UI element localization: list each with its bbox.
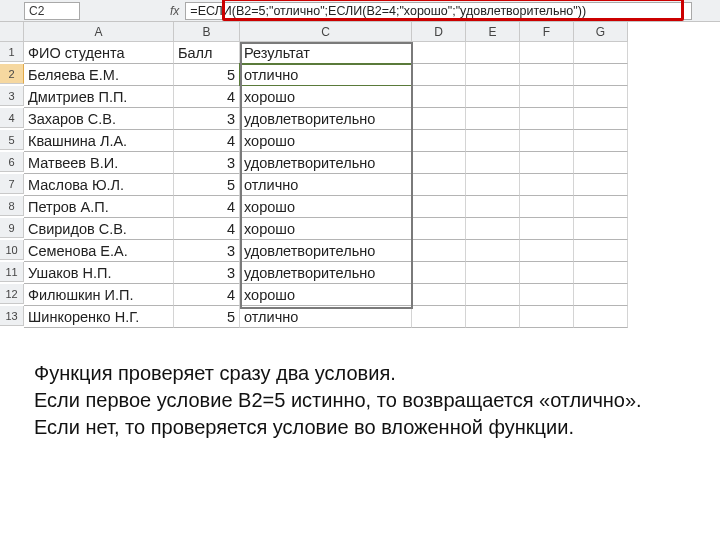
cell-A5[interactable]: Квашнина Л.А. bbox=[24, 130, 174, 152]
cell-A12[interactable]: Филюшкин И.П. bbox=[24, 284, 174, 306]
cell-F5[interactable] bbox=[520, 130, 574, 152]
col-header-C[interactable]: C bbox=[240, 22, 412, 42]
col-header-A[interactable]: A bbox=[24, 22, 174, 42]
cell-F1[interactable] bbox=[520, 42, 574, 64]
cell-C7[interactable]: отлично bbox=[240, 174, 412, 196]
cell-C11[interactable]: удовлетворительно bbox=[240, 262, 412, 284]
cell-E6[interactable] bbox=[466, 152, 520, 174]
fx-icon[interactable]: fx bbox=[170, 4, 179, 18]
row-header-12[interactable]: 12 bbox=[0, 284, 24, 304]
cell-E9[interactable] bbox=[466, 218, 520, 240]
cell-F4[interactable] bbox=[520, 108, 574, 130]
cell-D1[interactable] bbox=[412, 42, 466, 64]
cell-A10[interactable]: Семенова Е.А. bbox=[24, 240, 174, 262]
row-header-13[interactable]: 13 bbox=[0, 306, 24, 326]
cell-E7[interactable] bbox=[466, 174, 520, 196]
cell-F7[interactable] bbox=[520, 174, 574, 196]
cell-A11[interactable]: Ушаков Н.П. bbox=[24, 262, 174, 284]
cell-C1[interactable]: Результат bbox=[240, 42, 412, 64]
row-header-9[interactable]: 9 bbox=[0, 218, 24, 238]
cell-C8[interactable]: хорошо bbox=[240, 196, 412, 218]
cell-A1[interactable]: ФИО студента bbox=[24, 42, 174, 64]
row-header-2[interactable]: 2 bbox=[0, 64, 24, 84]
cell-D6[interactable] bbox=[412, 152, 466, 174]
cell-B12[interactable]: 4 bbox=[174, 284, 240, 306]
cell-C13[interactable]: отлично bbox=[240, 306, 412, 328]
cell-G7[interactable] bbox=[574, 174, 628, 196]
cell-C6[interactable]: удовлетворительно bbox=[240, 152, 412, 174]
cell-D4[interactable] bbox=[412, 108, 466, 130]
cell-B2[interactable]: 5 bbox=[174, 64, 240, 86]
cell-F6[interactable] bbox=[520, 152, 574, 174]
cell-B6[interactable]: 3 bbox=[174, 152, 240, 174]
cell-D8[interactable] bbox=[412, 196, 466, 218]
cell-E3[interactable] bbox=[466, 86, 520, 108]
formula-bar[interactable]: =ЕСЛИ(B2=5;"отлично";ЕСЛИ(B2=4;"хорошо";… bbox=[185, 2, 692, 20]
cell-G1[interactable] bbox=[574, 42, 628, 64]
cell-F2[interactable] bbox=[520, 64, 574, 86]
cell-B3[interactable]: 4 bbox=[174, 86, 240, 108]
cell-B11[interactable]: 3 bbox=[174, 262, 240, 284]
col-header-D[interactable]: D bbox=[412, 22, 466, 42]
cell-E11[interactable] bbox=[466, 262, 520, 284]
cell-A2[interactable]: Беляева Е.М. bbox=[24, 64, 174, 86]
cell-B4[interactable]: 3 bbox=[174, 108, 240, 130]
cell-E10[interactable] bbox=[466, 240, 520, 262]
cell-D2[interactable] bbox=[412, 64, 466, 86]
row-header-10[interactable]: 10 bbox=[0, 240, 24, 260]
cell-G9[interactable] bbox=[574, 218, 628, 240]
cell-B13[interactable]: 5 bbox=[174, 306, 240, 328]
cell-E13[interactable] bbox=[466, 306, 520, 328]
cell-A3[interactable]: Дмитриев П.П. bbox=[24, 86, 174, 108]
cell-C10[interactable]: удовлетворительно bbox=[240, 240, 412, 262]
cell-B9[interactable]: 4 bbox=[174, 218, 240, 240]
cell-G10[interactable] bbox=[574, 240, 628, 262]
cell-C2[interactable]: отлично bbox=[240, 64, 412, 86]
cell-F8[interactable] bbox=[520, 196, 574, 218]
cell-F10[interactable] bbox=[520, 240, 574, 262]
cell-B10[interactable]: 3 bbox=[174, 240, 240, 262]
cell-G13[interactable] bbox=[574, 306, 628, 328]
cell-E8[interactable] bbox=[466, 196, 520, 218]
select-all-corner[interactable] bbox=[0, 22, 24, 42]
row-header-8[interactable]: 8 bbox=[0, 196, 24, 216]
cell-A13[interactable]: Шинкоренко Н.Г. bbox=[24, 306, 174, 328]
cell-D13[interactable] bbox=[412, 306, 466, 328]
cell-G6[interactable] bbox=[574, 152, 628, 174]
cell-E2[interactable] bbox=[466, 64, 520, 86]
cell-G5[interactable] bbox=[574, 130, 628, 152]
cell-C12[interactable]: хорошо bbox=[240, 284, 412, 306]
col-header-B[interactable]: B bbox=[174, 22, 240, 42]
cell-F9[interactable] bbox=[520, 218, 574, 240]
cell-G4[interactable] bbox=[574, 108, 628, 130]
cell-C5[interactable]: хорошо bbox=[240, 130, 412, 152]
cell-A4[interactable]: Захаров С.В. bbox=[24, 108, 174, 130]
row-header-11[interactable]: 11 bbox=[0, 262, 24, 282]
row-header-4[interactable]: 4 bbox=[0, 108, 24, 128]
cell-G2[interactable] bbox=[574, 64, 628, 86]
cell-F3[interactable] bbox=[520, 86, 574, 108]
cell-D12[interactable] bbox=[412, 284, 466, 306]
cell-D11[interactable] bbox=[412, 262, 466, 284]
cell-D10[interactable] bbox=[412, 240, 466, 262]
row-header-3[interactable]: 3 bbox=[0, 86, 24, 106]
cell-B8[interactable]: 4 bbox=[174, 196, 240, 218]
cell-E1[interactable] bbox=[466, 42, 520, 64]
cell-E5[interactable] bbox=[466, 130, 520, 152]
row-header-1[interactable]: 1 bbox=[0, 42, 24, 62]
col-header-E[interactable]: E bbox=[466, 22, 520, 42]
cell-D7[interactable] bbox=[412, 174, 466, 196]
name-box[interactable]: C2 bbox=[24, 2, 80, 20]
cell-A8[interactable]: Петров А.П. bbox=[24, 196, 174, 218]
row-header-7[interactable]: 7 bbox=[0, 174, 24, 194]
row-header-6[interactable]: 6 bbox=[0, 152, 24, 172]
cell-F12[interactable] bbox=[520, 284, 574, 306]
grid[interactable]: ABCDEFG1ФИО студентаБаллРезультат2Беляев… bbox=[0, 22, 720, 328]
cell-E4[interactable] bbox=[466, 108, 520, 130]
cell-G11[interactable] bbox=[574, 262, 628, 284]
cell-C3[interactable]: хорошо bbox=[240, 86, 412, 108]
cell-B7[interactable]: 5 bbox=[174, 174, 240, 196]
cell-A6[interactable]: Матвеев В.И. bbox=[24, 152, 174, 174]
cell-D5[interactable] bbox=[412, 130, 466, 152]
col-header-F[interactable]: F bbox=[520, 22, 574, 42]
